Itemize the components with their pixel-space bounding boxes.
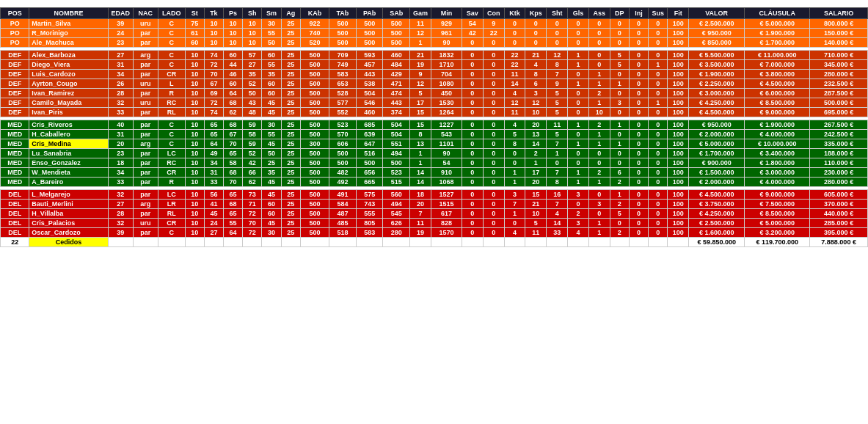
dp-cell: 1 [610, 190, 629, 200]
clausula-cell: € 10.000.000 [745, 139, 810, 149]
footer-empty-19 [504, 238, 525, 247]
lado-cell: RC [158, 98, 185, 108]
fit-cell: 100 [668, 79, 689, 89]
col-header-nac: NAC [133, 8, 158, 19]
col-header-sh: Sh [243, 8, 262, 19]
dp-cell: 3 [610, 98, 629, 108]
kab-cell: 500 [300, 51, 329, 60]
clausula-cell: € 5.000.000 [745, 19, 810, 29]
sm-cell: 30 [262, 228, 281, 238]
tab-cell: 487 [329, 209, 357, 219]
inj-cell: 0 [629, 168, 648, 178]
sht-cell: 11 [547, 120, 568, 130]
valor-cell: € 1.900.000 [689, 70, 745, 79]
ktk-cell: 12 [504, 98, 525, 108]
sh-cell: 57 [243, 51, 262, 60]
valor-cell: € 2.500.000 [689, 219, 745, 228]
sus-cell: 0 [649, 168, 668, 178]
fit-cell: 100 [668, 38, 689, 48]
table-row: DEFAlex_Barboza27argC1074605760255007095… [1, 51, 868, 60]
col-header-sus: Sus [649, 8, 668, 19]
table-row: MEDCris_Medina20argC10647059452530060664… [1, 139, 868, 149]
valor-cell: € 2.500.000 [689, 19, 745, 29]
ass-cell: 10 [588, 108, 610, 117]
gls-cell: 0 [568, 29, 589, 38]
con-cell: 0 [483, 178, 504, 187]
sus-cell: 0 [649, 139, 668, 149]
sav-cell: 0 [462, 38, 483, 48]
gls-cell: 3 [568, 219, 589, 228]
pos-cell: DEL [1, 200, 29, 209]
con-cell: 0 [483, 70, 504, 79]
footer-empty-24 [610, 238, 629, 247]
sus-cell: 1 [649, 60, 668, 70]
dp-cell: 2 [610, 200, 629, 209]
gls-cell: 0 [568, 98, 589, 108]
col-header-ag: Ag [281, 8, 300, 19]
kps-cell: 8 [525, 70, 547, 79]
valor-cell: € 3.500.000 [689, 60, 745, 70]
col-header-salario: SALARIO [810, 8, 868, 19]
pos-cell: DEF [1, 70, 29, 79]
clausula-cell: € 11.000.000 [745, 51, 810, 60]
name-cell: Cris_Riveros [29, 120, 108, 130]
sht-cell: 7 [547, 139, 568, 149]
ps-cell: 58 [223, 158, 242, 168]
fit-cell: 100 [668, 209, 689, 219]
gam-cell: 14 [410, 168, 431, 178]
sm-cell: 55 [262, 130, 281, 139]
sab-cell: 500 [383, 29, 410, 38]
kab-cell: 500 [300, 120, 329, 130]
footer-empty-23 [588, 238, 610, 247]
ass-cell: 0 [588, 209, 610, 219]
lado-cell: LR [158, 200, 185, 209]
min-cell: 450 [431, 89, 462, 98]
ps-cell: 46 [223, 70, 242, 79]
ktk-cell: 0 [504, 149, 525, 158]
ass-cell: 0 [588, 51, 610, 60]
tab-cell: 749 [329, 60, 357, 70]
dp-cell: 1 [610, 120, 629, 130]
lado-cell: CR [158, 168, 185, 178]
dp-cell: 1 [610, 79, 629, 89]
min-cell: 1530 [431, 98, 462, 108]
sav-cell: 0 [462, 219, 483, 228]
kps-cell: 4 [525, 60, 547, 70]
kps-cell: 0 [525, 29, 547, 38]
pos-cell: DEL [1, 190, 29, 200]
fit-cell: 100 [668, 70, 689, 79]
footer-empty-4 [158, 238, 185, 247]
salario-cell: 110.000 € [810, 158, 868, 168]
pab-cell: 639 [356, 130, 383, 139]
ass-cell: 1 [588, 228, 610, 238]
sav-cell: 0 [462, 139, 483, 149]
gam-cell: 14 [410, 178, 431, 187]
kab-cell: 500 [300, 149, 329, 158]
inj-cell: 0 [629, 139, 648, 149]
lado-cell: C [158, 51, 185, 60]
tk-cell: 24 [204, 219, 223, 228]
name-cell: H_Villalba [29, 209, 108, 219]
kps-cell: 10 [525, 209, 547, 219]
gam-cell: 1 [410, 38, 431, 48]
kab-cell: 520 [300, 38, 329, 48]
nac-cell: par [133, 70, 158, 79]
sav-cell: 0 [462, 228, 483, 238]
dp-cell: 0 [610, 38, 629, 48]
con-cell: 0 [483, 139, 504, 149]
nac-cell: uru [133, 19, 158, 29]
tab-cell: 709 [329, 51, 357, 60]
sh-cell: 10 [243, 19, 262, 29]
ass-cell: 2 [588, 120, 610, 130]
sus-cell: 1 [649, 98, 668, 108]
con-cell: 0 [483, 158, 504, 168]
sm-cell: 45 [262, 219, 281, 228]
tk-cell: 33 [204, 178, 223, 187]
sh-cell: 59 [243, 120, 262, 130]
fit-cell: 100 [668, 168, 689, 178]
tab-cell: 523 [329, 120, 357, 130]
gam-cell: 11 [410, 219, 431, 228]
salario-cell: 710.000 € [810, 51, 868, 60]
gls-cell: 1 [568, 79, 589, 89]
dp-cell: 0 [610, 158, 629, 168]
